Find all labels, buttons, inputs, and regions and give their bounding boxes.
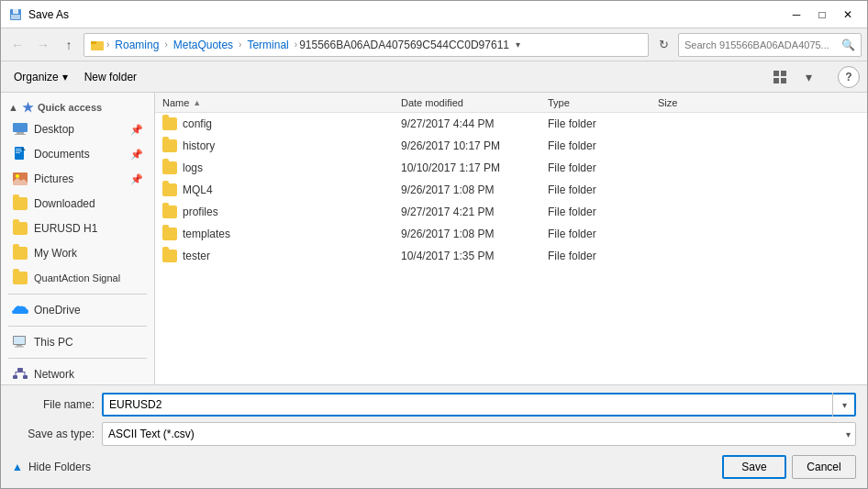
svg-rect-25 bbox=[16, 372, 25, 372]
title-bar: Save As ─ □ ✕ bbox=[1, 1, 867, 28]
cancel-button[interactable]: Cancel bbox=[792, 455, 856, 479]
svg-rect-26 bbox=[16, 372, 17, 376]
folder-breadcrumb-icon bbox=[90, 38, 105, 52]
breadcrumb-metaquotes[interactable]: MetaQuotes bbox=[170, 38, 237, 52]
quick-access-header[interactable]: ▲ ★ Quick access bbox=[1, 96, 154, 117]
sidebar-item-onedrive[interactable]: OneDrive bbox=[5, 298, 150, 322]
nav-toolbar: ← → ↑ › Roaming › MetaQuotes › Terminal … bbox=[1, 28, 867, 61]
sidebar-divider-1 bbox=[8, 294, 147, 295]
mywork-folder-icon bbox=[12, 245, 28, 261]
organize-button[interactable]: Organize ▾ bbox=[8, 66, 73, 88]
sidebar-item-pictures[interactable]: Pictures 📌 bbox=[5, 167, 150, 191]
file-date-history: 9/26/2017 10:17 PM bbox=[401, 139, 548, 152]
column-date[interactable]: Date modified bbox=[401, 97, 548, 108]
file-name-profiles: profiles bbox=[162, 206, 401, 218]
file-name-text: templates bbox=[183, 228, 230, 240]
svg-rect-10 bbox=[17, 132, 24, 134]
file-name-config: config bbox=[162, 117, 401, 130]
sidebar-item-quantaction[interactable]: QuantAction Signal bbox=[5, 266, 150, 290]
bottom-buttons: ▲ Hide Folders Save Cancel bbox=[12, 451, 856, 481]
maximize-button[interactable]: □ bbox=[810, 5, 834, 25]
thispc-icon bbox=[12, 334, 28, 350]
save-button[interactable]: Save bbox=[722, 455, 786, 479]
svg-rect-8 bbox=[781, 78, 786, 83]
close-button[interactable]: ✕ bbox=[836, 5, 860, 25]
sidebar-downloaded-label: Downloaded bbox=[34, 197, 95, 210]
sidebar-onedrive-label: OneDrive bbox=[34, 304, 81, 317]
sidebar-desktop-pin: 📌 bbox=[130, 124, 143, 136]
table-row[interactable]: tester 10/4/2017 1:35 PM File folder bbox=[155, 245, 867, 267]
file-date-logs: 10/10/2017 1:17 PM bbox=[401, 161, 548, 174]
svg-rect-4 bbox=[91, 41, 96, 44]
filename-dropdown-button[interactable]: ▾ bbox=[832, 393, 856, 417]
folder-icon bbox=[162, 206, 177, 218]
new-folder-button[interactable]: New folder bbox=[79, 66, 142, 88]
column-size[interactable]: Size bbox=[658, 97, 731, 108]
sidebar-item-mywork[interactable]: My Work bbox=[5, 241, 150, 265]
file-name-mql4: MQL4 bbox=[162, 183, 401, 196]
breadcrumb-dropdown[interactable]: ▾ bbox=[511, 38, 526, 52]
file-name-templates: templates bbox=[162, 228, 401, 240]
search-bar: 🔍 bbox=[678, 33, 862, 57]
breadcrumb-roaming[interactable]: Roaming bbox=[111, 38, 162, 52]
sidebar-item-downloaded[interactable]: Downloaded bbox=[5, 192, 150, 216]
svg-rect-20 bbox=[17, 345, 22, 347]
search-icon: 🔍 bbox=[841, 39, 855, 51]
column-type[interactable]: Type bbox=[548, 97, 658, 108]
hide-folders-toggle[interactable]: ▲ Hide Folders bbox=[12, 461, 717, 473]
sidebar-item-network[interactable]: Network bbox=[5, 362, 150, 384]
folder-icon bbox=[162, 117, 177, 130]
forward-button[interactable]: → bbox=[32, 34, 54, 56]
sidebar-item-documents[interactable]: Documents 📌 bbox=[5, 142, 150, 166]
sidebar-divider-2 bbox=[8, 326, 147, 327]
column-name-label: Name bbox=[162, 97, 189, 108]
table-row[interactable]: history 9/26/2017 10:17 PM File folder bbox=[155, 135, 867, 157]
minimize-button[interactable]: ─ bbox=[785, 5, 808, 25]
hide-folders-arrow-icon: ▲ bbox=[12, 461, 23, 473]
filename-input[interactable] bbox=[102, 393, 856, 417]
svg-rect-15 bbox=[16, 152, 20, 153]
table-row[interactable]: logs 10/10/2017 1:17 PM File folder bbox=[155, 157, 867, 179]
sidebar-pictures-pin: 📌 bbox=[130, 173, 143, 185]
refresh-button[interactable]: ↻ bbox=[652, 34, 674, 56]
file-name-text: MQL4 bbox=[183, 183, 213, 196]
file-name-text: logs bbox=[183, 161, 203, 174]
file-name-history: history bbox=[162, 139, 401, 152]
search-input[interactable] bbox=[684, 39, 838, 50]
column-name[interactable]: Name ▲ bbox=[162, 97, 401, 108]
back-button[interactable]: ← bbox=[6, 34, 28, 56]
view-options-button[interactable] bbox=[770, 66, 792, 88]
sidebar-item-desktop[interactable]: Desktop 📌 bbox=[5, 117, 150, 141]
svg-point-17 bbox=[16, 174, 19, 178]
documents-icon bbox=[12, 146, 28, 162]
network-icon bbox=[12, 366, 28, 383]
desktop-icon bbox=[12, 121, 28, 138]
up-button[interactable]: ↑ bbox=[58, 34, 80, 56]
table-row[interactable]: profiles 9/27/2017 4:21 PM File folder bbox=[155, 201, 867, 223]
save-as-dialog: Save As ─ □ ✕ ← → ↑ › Roaming › MetaQuot… bbox=[0, 0, 868, 489]
file-name-logs: logs bbox=[162, 161, 401, 174]
svg-rect-2 bbox=[11, 15, 20, 19]
breadcrumb-terminal[interactable]: Terminal bbox=[243, 38, 292, 52]
sidebar-quantaction-label: QuantAction Signal bbox=[34, 272, 120, 283]
table-row[interactable]: templates 9/26/2017 1:08 PM File folder bbox=[155, 223, 867, 245]
onedrive-icon bbox=[12, 302, 28, 318]
file-date-config: 9/27/2017 4:44 PM bbox=[401, 117, 548, 130]
table-row[interactable]: config 9/27/2017 4:44 PM File folder bbox=[155, 113, 867, 135]
sidebar-eurusd-label: EURUSD H1 bbox=[34, 222, 97, 235]
table-row[interactable]: MQL4 9/26/2017 1:08 PM File folder bbox=[155, 179, 867, 201]
view-dropdown-button[interactable]: ▾ bbox=[797, 66, 819, 88]
sidebar-desktop-label: Desktop bbox=[34, 123, 74, 136]
savetype-select[interactable]: ASCII Text (*.csv) bbox=[102, 422, 856, 446]
sidebar-item-thispc[interactable]: This PC bbox=[5, 330, 150, 354]
folder-icon bbox=[162, 161, 177, 174]
quick-access-star-icon: ★ bbox=[22, 100, 34, 115]
savetype-row: Save as type: ASCII Text (*.csv) bbox=[12, 422, 856, 446]
file-name-text: history bbox=[183, 139, 215, 152]
help-button[interactable]: ? bbox=[838, 66, 860, 88]
folder-icon bbox=[162, 139, 177, 152]
sidebar-thispc-label: This PC bbox=[34, 336, 73, 349]
sidebar-item-eurusd[interactable]: EURUSD H1 bbox=[5, 217, 150, 240]
file-list-header: Name ▲ Date modified Type Size bbox=[155, 93, 867, 113]
svg-rect-7 bbox=[773, 78, 779, 83]
